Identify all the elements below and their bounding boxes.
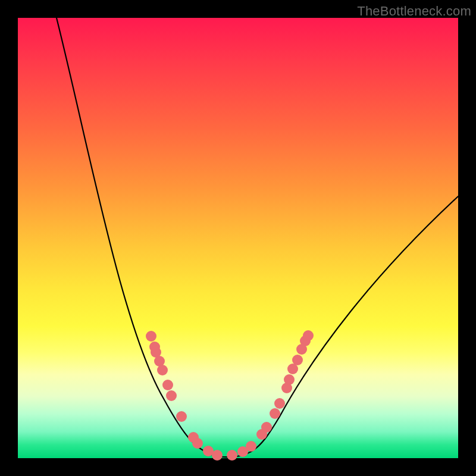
watermark-text: TheBottleneck.com xyxy=(357,4,471,19)
chart-frame: TheBottleneck.com xyxy=(0,0,476,476)
scatter-points xyxy=(146,330,314,461)
data-point xyxy=(192,438,203,449)
data-point xyxy=(284,374,295,385)
data-point xyxy=(303,330,314,341)
chart-svg xyxy=(18,18,458,458)
data-point xyxy=(146,331,156,342)
data-point xyxy=(176,411,187,422)
data-point xyxy=(270,408,280,419)
data-point xyxy=(157,365,168,375)
data-point xyxy=(274,398,285,409)
data-point xyxy=(162,380,173,390)
data-point xyxy=(166,390,177,401)
bottleneck-curve xyxy=(57,18,458,457)
data-point xyxy=(227,450,237,461)
data-point xyxy=(261,422,272,433)
data-point xyxy=(292,355,303,365)
data-point xyxy=(246,441,256,452)
plot-area xyxy=(18,18,458,458)
data-point xyxy=(212,450,223,461)
